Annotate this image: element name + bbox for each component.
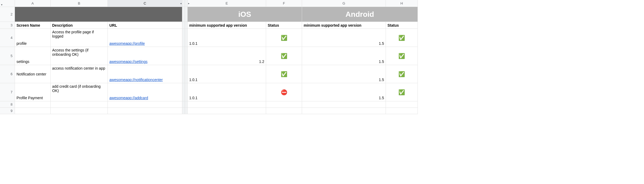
hidden-col-gap[interactable]: [182, 29, 185, 47]
hidden-col-gap[interactable]: [185, 101, 188, 108]
hidden-col-gap[interactable]: [182, 101, 185, 108]
row-header-9[interactable]: 9: [0, 108, 15, 114]
hidden-col-gap[interactable]: [185, 83, 188, 101]
cell-and-status[interactable]: ✅: [386, 47, 418, 65]
col-header-A[interactable]: A: [15, 0, 51, 7]
cell-and-status[interactable]: ✅: [386, 83, 418, 101]
empty-cell[interactable]: [15, 101, 51, 108]
check-icon: ✅: [281, 71, 287, 77]
empty-cell[interactable]: [302, 101, 386, 108]
header-and-minver[interactable]: minimum supported app version: [302, 22, 386, 29]
cell-ios-ver[interactable]: 1.0.1: [188, 83, 266, 101]
row-header-2[interactable]: 2: [0, 7, 15, 22]
cell-ios-status[interactable]: ⛔: [266, 83, 302, 101]
cell-screen[interactable]: Notification center: [15, 65, 51, 83]
empty-cell[interactable]: [108, 108, 182, 114]
empty-cell[interactable]: [188, 101, 266, 108]
deeplink[interactable]: awesomeapp://notificationcenter: [109, 78, 163, 82]
cell-url[interactable]: awesomeapp://profile: [108, 29, 182, 47]
hidden-col-gap[interactable]: [182, 7, 185, 22]
deeplink[interactable]: awesomeapp://profile: [109, 41, 145, 46]
cell-desc[interactable]: access notification center in app: [51, 65, 108, 83]
merged-header-left[interactable]: [15, 7, 182, 22]
cell-url[interactable]: awesomeapp://notificationcenter: [108, 65, 182, 83]
cell-screen[interactable]: settings: [15, 47, 51, 65]
hidden-col-gap[interactable]: [185, 65, 188, 83]
header-and-status[interactable]: Status: [386, 22, 418, 29]
hidden-col-gap[interactable]: [185, 47, 188, 65]
check-icon: ✅: [398, 71, 405, 77]
group-collapse-right-icon[interactable]: ▸: [188, 2, 189, 5]
empty-cell[interactable]: [266, 101, 302, 108]
check-icon: ✅: [281, 53, 287, 59]
header-screen-name[interactable]: Screen Name: [15, 22, 51, 29]
header-description[interactable]: Description: [51, 22, 108, 29]
cell-and-ver[interactable]: 1.5: [302, 83, 386, 101]
col-header-F[interactable]: F: [266, 0, 302, 7]
cell-ios-ver[interactable]: 1.2: [188, 47, 266, 65]
cell-url[interactable]: awesomeapp://settings: [108, 47, 182, 65]
row-header-6[interactable]: 6: [0, 65, 15, 83]
cell-desc[interactable]: Access the settings (if onboarding OK): [51, 47, 108, 65]
col-header-B[interactable]: B: [51, 0, 108, 7]
hidden-col-handle-left[interactable]: [182, 0, 185, 7]
header-ios-status[interactable]: Status: [266, 22, 302, 29]
android-title-cell[interactable]: Android: [302, 7, 418, 22]
deeplink[interactable]: awesomeapp://addcard: [109, 96, 148, 100]
hidden-col-gap[interactable]: [182, 65, 185, 83]
cell-screen[interactable]: profile: [15, 29, 51, 47]
cell-ios-ver[interactable]: 1.0.1: [188, 29, 266, 47]
cell-screen[interactable]: Profile Payment: [15, 83, 51, 101]
empty-cell[interactable]: [302, 108, 386, 114]
hidden-col-gap[interactable]: [185, 29, 188, 47]
row-header-5[interactable]: 5: [0, 47, 15, 65]
hidden-col-gap[interactable]: [182, 22, 185, 29]
empty-cell[interactable]: [15, 108, 51, 114]
header-url[interactable]: URL: [108, 22, 182, 29]
row-header-3[interactable]: 3: [0, 22, 15, 29]
col-header-G[interactable]: G: [302, 0, 386, 7]
cell-ios-status[interactable]: ✅: [266, 29, 302, 47]
spreadsheet-grid[interactable]: ▾ A B C ◂ ▸ E F G H 2 iOS Android 3 Scre…: [0, 0, 644, 114]
row-header-7[interactable]: 7: [0, 83, 15, 101]
col-header-H[interactable]: H: [386, 0, 418, 7]
cell-ios-status[interactable]: ✅: [266, 65, 302, 83]
col-header-C[interactable]: C ◂: [108, 0, 182, 7]
group-collapse-left-icon[interactable]: ◂: [180, 2, 181, 5]
ios-title-cell[interactable]: iOS: [188, 7, 302, 22]
hidden-col-gap[interactable]: [182, 47, 185, 65]
cell-and-status[interactable]: ✅: [386, 29, 418, 47]
cell-and-ver[interactable]: 1.5: [302, 65, 386, 83]
corner-dropdown-icon[interactable]: ▾: [1, 3, 2, 6]
android-title: Android: [345, 10, 374, 19]
hidden-col-gap[interactable]: [182, 83, 185, 101]
cell-and-status[interactable]: ✅: [386, 65, 418, 83]
hidden-col-gap[interactable]: [185, 22, 188, 29]
row-header-8[interactable]: 8: [0, 101, 15, 108]
cell-ios-ver[interactable]: 1.0.1: [188, 65, 266, 83]
cell-desc[interactable]: Access the profile page if logged: [51, 29, 108, 47]
check-icon: ✅: [398, 35, 405, 41]
cell-and-ver[interactable]: 1.5: [302, 47, 386, 65]
row-header-4[interactable]: 4: [0, 29, 15, 47]
empty-cell[interactable]: [108, 101, 182, 108]
hidden-col-gap[interactable]: [185, 7, 188, 22]
cell-ios-status[interactable]: ✅: [266, 47, 302, 65]
empty-cell[interactable]: [188, 108, 266, 114]
col-header-E[interactable]: ▸ E: [188, 0, 266, 7]
header-ios-minver[interactable]: minimum supported app version: [188, 22, 266, 29]
hidden-col-handle-right[interactable]: [185, 0, 188, 7]
cell-url[interactable]: awesomeapp://addcard: [108, 83, 182, 101]
empty-cell[interactable]: [51, 101, 108, 108]
hidden-col-gap[interactable]: [185, 108, 188, 114]
empty-cell[interactable]: [51, 108, 108, 114]
check-icon: ✅: [398, 89, 405, 95]
cell-desc[interactable]: add credit card (if onboarding OK): [51, 83, 108, 101]
cell-and-ver[interactable]: 1.5: [302, 29, 386, 47]
empty-cell[interactable]: [266, 108, 302, 114]
hidden-col-gap[interactable]: [182, 108, 185, 114]
empty-cell[interactable]: [386, 101, 418, 108]
empty-cell[interactable]: [386, 108, 418, 114]
deeplink[interactable]: awesomeapp://settings: [109, 59, 147, 64]
select-all-corner[interactable]: ▾: [0, 0, 15, 7]
